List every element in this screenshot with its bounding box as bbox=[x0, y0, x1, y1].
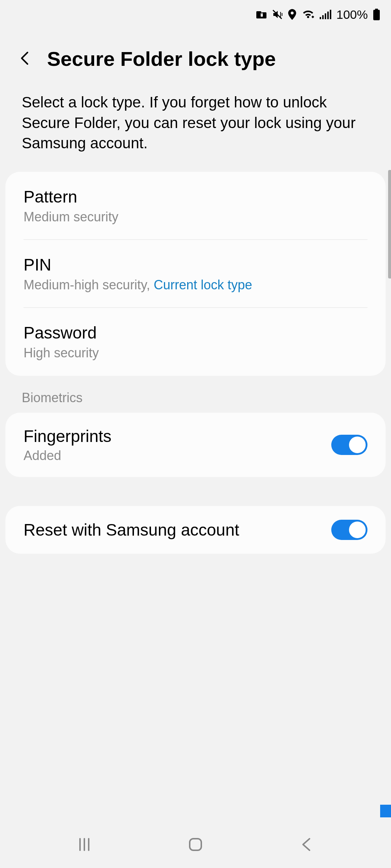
item-title: PIN bbox=[24, 255, 367, 275]
reset-toggle[interactable] bbox=[331, 520, 367, 540]
recents-button[interactable] bbox=[73, 834, 95, 855]
scroll-indicator bbox=[388, 170, 391, 278]
lock-type-password[interactable]: Password High security bbox=[5, 308, 386, 376]
fingerprints-toggle[interactable] bbox=[331, 435, 367, 455]
lock-type-pin[interactable]: PIN Medium-high security, Current lock t… bbox=[5, 240, 386, 308]
chevron-left-icon bbox=[18, 51, 33, 65]
svg-rect-15 bbox=[190, 839, 201, 850]
secure-folder-icon bbox=[256, 10, 267, 19]
back-nav-icon bbox=[298, 836, 315, 853]
wifi-icon bbox=[302, 9, 315, 20]
toggle-knob bbox=[348, 436, 366, 454]
svg-rect-10 bbox=[375, 9, 378, 10]
location-icon bbox=[288, 9, 297, 20]
signal-icon bbox=[320, 10, 331, 19]
svg-rect-8 bbox=[327, 12, 329, 19]
lock-type-pattern[interactable]: Pattern Medium security bbox=[5, 172, 386, 240]
svg-rect-5 bbox=[320, 17, 321, 19]
navigation-bar bbox=[0, 821, 391, 868]
home-icon bbox=[187, 836, 204, 853]
toggle-knob bbox=[348, 521, 366, 539]
reset-samsung-item[interactable]: Reset with Samsung account bbox=[5, 506, 386, 554]
mute-vibrate-icon bbox=[272, 9, 283, 20]
battery-icon bbox=[373, 9, 380, 20]
lock-types-card: Pattern Medium security PIN Medium-high … bbox=[5, 172, 386, 376]
item-subtitle: Medium-high security, Current lock type bbox=[24, 277, 367, 293]
biometrics-card: Fingerprints Added bbox=[5, 413, 386, 477]
recents-icon bbox=[76, 836, 93, 853]
back-nav-button[interactable] bbox=[296, 834, 318, 855]
svg-rect-7 bbox=[325, 13, 326, 19]
current-lock-label: Current lock type bbox=[154, 277, 252, 292]
svg-rect-11 bbox=[373, 10, 380, 20]
page-header: Secure Folder lock type bbox=[0, 29, 391, 81]
item-title: Password bbox=[24, 323, 367, 342]
item-subtitle: Added bbox=[24, 448, 331, 463]
back-button[interactable] bbox=[18, 51, 33, 67]
item-subtitle: High security bbox=[24, 345, 367, 361]
fingerprints-item[interactable]: Fingerprints Added bbox=[5, 413, 386, 477]
battery-percentage: 100% bbox=[336, 8, 368, 22]
page-title: Secure Folder lock type bbox=[47, 47, 276, 71]
reset-card: Reset with Samsung account bbox=[5, 506, 386, 554]
item-title: Pattern bbox=[24, 187, 367, 207]
svg-rect-9 bbox=[330, 10, 331, 19]
item-subtitle: Medium security bbox=[24, 209, 367, 225]
secure-folder-corner-icon bbox=[380, 805, 391, 817]
status-bar: 100% bbox=[0, 0, 391, 29]
item-title: Fingerprints bbox=[24, 426, 331, 446]
page-description: Select a lock type. If you forget how to… bbox=[0, 81, 391, 172]
biometrics-section-header: Biometrics bbox=[0, 376, 391, 413]
item-title: Reset with Samsung account bbox=[24, 520, 331, 540]
home-button[interactable] bbox=[185, 834, 206, 855]
svg-rect-6 bbox=[322, 15, 324, 19]
